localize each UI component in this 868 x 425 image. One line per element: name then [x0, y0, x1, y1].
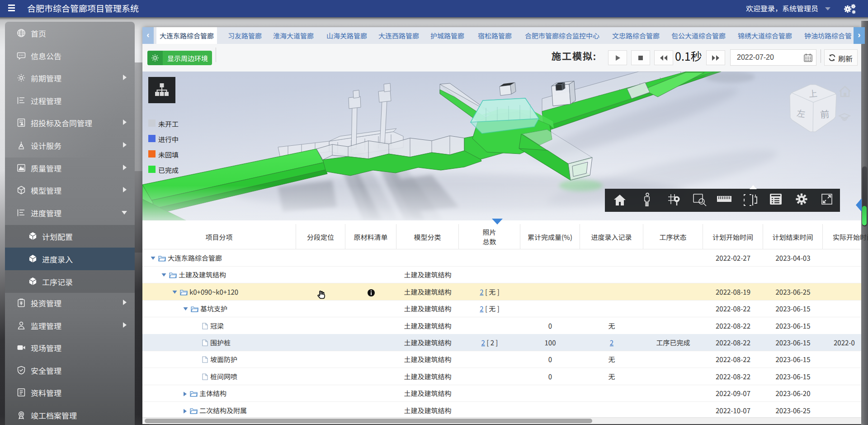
- svg-text:左: 左: [796, 106, 807, 119]
- svg-text:前: 前: [820, 107, 830, 121]
- svg-text:上: 上: [808, 86, 818, 100]
